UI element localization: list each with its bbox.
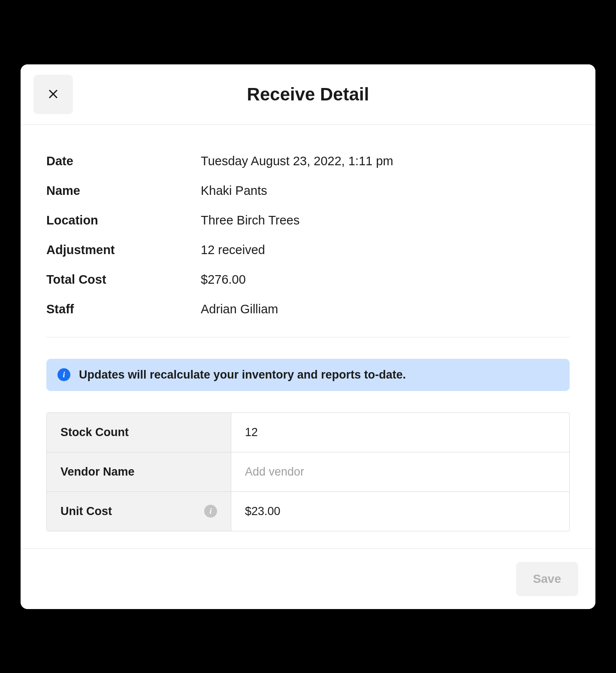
detail-row-total-cost: Total Cost $276.00 bbox=[46, 265, 570, 294]
detail-value-name: Khaki Pants bbox=[201, 184, 267, 198]
detail-value-adjustment: 12 received bbox=[201, 243, 265, 257]
detail-label-staff: Staff bbox=[46, 302, 201, 316]
form-row-unit-cost: Unit Cost i bbox=[47, 492, 569, 531]
stock-count-input[interactable] bbox=[245, 426, 556, 439]
form-value-cell-vendor-name bbox=[231, 452, 569, 491]
modal-footer: Save bbox=[21, 549, 595, 609]
detail-value-location: Three Birch Trees bbox=[201, 213, 299, 227]
form-value-cell-unit-cost bbox=[231, 492, 569, 531]
detail-list: Date Tuesday August 23, 2022, 1:11 pm Na… bbox=[46, 146, 570, 324]
form-label-vendor-name: Vendor Name bbox=[47, 452, 231, 491]
info-banner-text: Updates will recalculate your inventory … bbox=[79, 368, 406, 382]
detail-label-location: Location bbox=[46, 213, 201, 227]
form-row-vendor-name: Vendor Name bbox=[47, 452, 569, 492]
form-label-stock-count: Stock Count bbox=[47, 413, 231, 452]
detail-value-date: Tuesday August 23, 2022, 1:11 pm bbox=[201, 154, 393, 168]
modal-header: Receive Detail bbox=[21, 64, 595, 125]
receive-detail-modal: Receive Detail Date Tuesday August 23, 2… bbox=[21, 64, 595, 609]
form-table: Stock Count Vendor Name Unit Cost i bbox=[46, 412, 570, 531]
vendor-name-input[interactable] bbox=[245, 465, 556, 479]
info-banner: i Updates will recalculate your inventor… bbox=[46, 359, 570, 391]
detail-row-name: Name Khaki Pants bbox=[46, 176, 570, 206]
close-icon bbox=[47, 85, 59, 104]
detail-row-location: Location Three Birch Trees bbox=[46, 206, 570, 235]
close-button[interactable] bbox=[33, 75, 73, 114]
detail-label-total-cost: Total Cost bbox=[46, 273, 201, 287]
detail-label-name: Name bbox=[46, 184, 201, 198]
info-icon: i bbox=[57, 368, 70, 381]
detail-row-staff: Staff Adrian Gilliam bbox=[46, 294, 570, 324]
form-value-cell-stock-count bbox=[231, 413, 569, 452]
detail-row-adjustment: Adjustment 12 received bbox=[46, 235, 570, 265]
modal-body: Date Tuesday August 23, 2022, 1:11 pm Na… bbox=[21, 125, 595, 549]
modal-title: Receive Detail bbox=[247, 84, 369, 105]
detail-row-date: Date Tuesday August 23, 2022, 1:11 pm bbox=[46, 146, 570, 176]
save-button[interactable]: Save bbox=[516, 562, 578, 596]
form-label-unit-cost: Unit Cost i bbox=[47, 492, 231, 531]
detail-label-adjustment: Adjustment bbox=[46, 243, 201, 257]
detail-value-total-cost: $276.00 bbox=[201, 273, 246, 287]
info-icon[interactable]: i bbox=[204, 505, 217, 518]
detail-value-staff: Adrian Gilliam bbox=[201, 302, 278, 316]
detail-label-date: Date bbox=[46, 154, 201, 168]
form-row-stock-count: Stock Count bbox=[47, 413, 569, 452]
divider bbox=[46, 337, 570, 337]
unit-cost-input[interactable] bbox=[245, 505, 556, 518]
